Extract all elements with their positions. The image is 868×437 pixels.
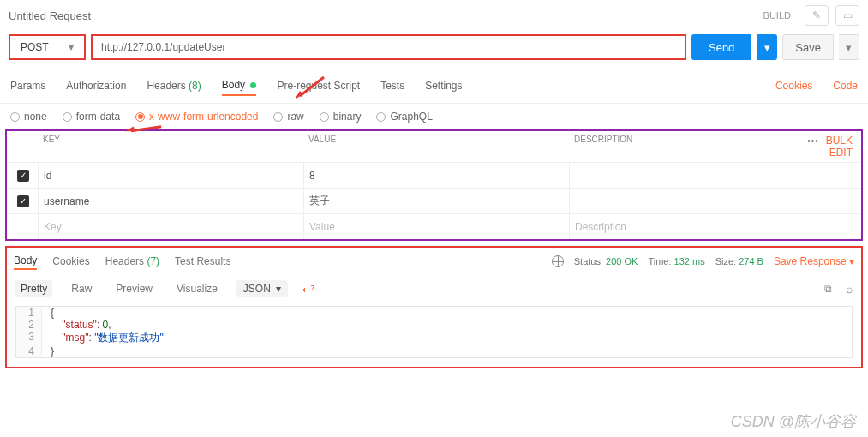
build-label: BUILD [763, 10, 791, 21]
table-row-new[interactable]: Key Value Description [7, 213, 861, 239]
wrap-icon[interactable]: ⮐ [302, 281, 315, 296]
size-label: Size: 274 B [715, 256, 763, 266]
chevron-down-icon: ▾ [69, 41, 74, 53]
tab-prerequest[interactable]: Pre-request Script [277, 76, 360, 95]
table-row[interactable]: ✓ username 英子 [7, 188, 861, 213]
tab-tests[interactable]: Tests [380, 76, 404, 95]
method-select[interactable]: POST ▾ [9, 34, 86, 60]
time-label: Time: 132 ms [648, 256, 704, 266]
resp-tab-body[interactable]: Body [14, 253, 37, 270]
tab-headers[interactable]: Headers (8) [147, 76, 201, 95]
params-table: KEY VALUE DESCRIPTION •••Bulk Edit ✓ id … [5, 129, 863, 241]
view-preview[interactable]: Preview [111, 280, 158, 297]
tab-authorization[interactable]: Authorization [66, 76, 126, 95]
radio-binary[interactable]: binary [320, 111, 362, 123]
radio-graphql[interactable]: GraphQL [376, 111, 432, 123]
tab-params[interactable]: Params [10, 76, 45, 95]
comment-icon[interactable]: ▭ [835, 5, 859, 26]
checkbox-icon[interactable]: ✓ [17, 170, 29, 182]
send-button[interactable]: Send [691, 34, 751, 60]
method-value: POST [21, 41, 49, 53]
copy-icon[interactable]: ⧉ [824, 283, 832, 295]
chevron-down-icon: ▾ [276, 283, 281, 295]
view-visualize[interactable]: Visualize [171, 280, 223, 297]
resp-tab-headers[interactable]: Headers (7) [105, 254, 159, 269]
tab-body[interactable]: Body [222, 75, 257, 96]
radio-none[interactable]: none [10, 111, 47, 123]
globe-icon[interactable] [552, 255, 564, 267]
view-pretty[interactable]: Pretty [15, 280, 52, 297]
send-dropdown[interactable]: ▾ [757, 34, 777, 60]
search-icon[interactable]: ⌕ [846, 282, 853, 296]
radio-formdata[interactable]: form-data [63, 111, 120, 123]
bulk-edit-link[interactable]: Bulk Edit [826, 135, 853, 159]
request-title: Untitled Request [9, 9, 91, 22]
col-description: DESCRIPTION [569, 135, 793, 159]
save-button[interactable]: Save [782, 34, 834, 60]
watermark: CSDN @陈小谷容 [731, 411, 856, 432]
dot-icon [250, 82, 256, 88]
format-select[interactable]: JSON ▾ [236, 280, 288, 297]
status-label: Status: 200 OK [574, 256, 638, 266]
response-area: Body Cookies Headers (7) Test Results St… [5, 246, 863, 368]
col-value: VALUE [303, 135, 569, 159]
checkbox-icon[interactable]: ✓ [17, 195, 29, 207]
edit-icon[interactable]: ✎ [805, 5, 829, 26]
radio-raw[interactable]: raw [273, 111, 303, 123]
col-key: KEY [38, 135, 303, 159]
url-input[interactable] [91, 34, 686, 60]
view-raw[interactable]: Raw [66, 280, 97, 297]
radio-urlencoded[interactable]: x-www-form-urlencoded [135, 111, 258, 123]
more-icon[interactable]: ••• [807, 136, 819, 146]
save-dropdown[interactable]: ▾ [839, 34, 859, 60]
resp-tab-cookies[interactable]: Cookies [52, 254, 89, 269]
save-response-button[interactable]: Save Response ▾ [774, 255, 854, 267]
tab-settings[interactable]: Settings [425, 76, 462, 95]
response-body[interactable]: 1{ 2 "status": 0, 3 "msg": "数据更新成功" 4} [15, 306, 853, 358]
cookies-link[interactable]: Cookies [775, 80, 812, 92]
resp-tab-tests[interactable]: Test Results [175, 254, 230, 269]
code-link[interactable]: Code [833, 80, 858, 92]
table-row[interactable]: ✓ id 8 [7, 162, 861, 188]
